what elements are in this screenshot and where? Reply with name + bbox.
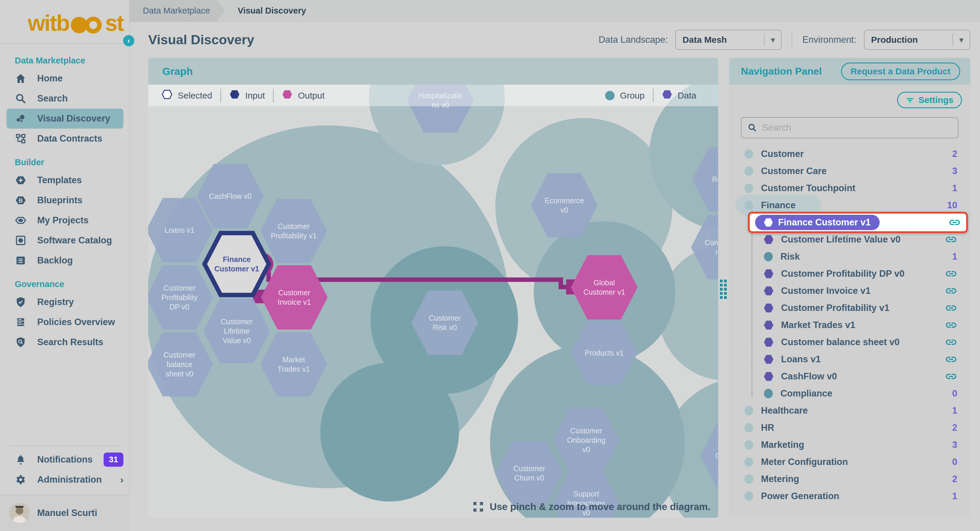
nav-item-customer-invoice-v1[interactable]: Customer Invoice v1 xyxy=(729,282,970,300)
sidebar-item-label: Policies Overview xyxy=(37,317,115,327)
legend-divider xyxy=(273,89,274,102)
nav-item-finance-customer-v1[interactable]: Finance Customer v1 xyxy=(729,214,970,231)
sidebar-collapse-button[interactable]: ‹ xyxy=(122,34,135,47)
data-hexagon-icon xyxy=(764,372,773,381)
sidebar-item-notifications[interactable]: Notifications31 xyxy=(6,450,123,470)
nav-item-right: 0 xyxy=(952,388,957,399)
nav-item-count: 0 xyxy=(952,388,957,399)
sidebar-item-search[interactable]: Search xyxy=(6,89,123,109)
zoom-hint: Use pinch & zoom to move around the diag… xyxy=(472,501,711,513)
nav-item-label: Market Trades v1 xyxy=(781,320,856,330)
data-landscape-select[interactable]: Data Mesh ▾ xyxy=(675,30,782,50)
sidebar-item-label: Backlog xyxy=(37,255,73,266)
selected-item-pill: Finance Customer v1 xyxy=(755,215,880,230)
graph-canvas[interactable]: CashFlow v0Loans v1CustomerProfitability… xyxy=(148,58,718,518)
domain-dot-icon xyxy=(745,406,753,415)
user-profile[interactable]: Manuel Scurti xyxy=(0,495,130,531)
sidebar-item-administration[interactable]: Administration› xyxy=(6,470,123,490)
link-icon[interactable] xyxy=(945,353,957,366)
nav-item-customer-lifetime-value-v0[interactable]: Customer Lifetime Value v0 xyxy=(729,231,970,248)
nav-item-right xyxy=(945,370,957,383)
nav-item-market-trades-v1[interactable]: Market Trades v1 xyxy=(729,317,970,334)
controls-separator xyxy=(792,33,792,47)
settings-button-label: Settings xyxy=(919,95,953,105)
link-icon[interactable] xyxy=(945,336,957,349)
page-header: Visual Discovery Data Landscape: Data Me… xyxy=(130,22,980,58)
nav-item-healthcare[interactable]: Healthcare1 xyxy=(729,402,970,419)
nav-item-power-generation[interactable]: Power Generation1 xyxy=(729,488,970,505)
breadcrumb-label: Data Marketplace xyxy=(143,6,210,16)
legend-swatch-icon xyxy=(662,90,673,101)
breadcrumb: Data Marketplace Visual Discovery xyxy=(130,0,980,22)
sidebar-item-backlog[interactable]: Backlog xyxy=(6,250,123,271)
panel-resize-handle[interactable] xyxy=(720,280,727,299)
nav-item-customer-profitability-v1[interactable]: Customer Profitability v1 xyxy=(729,300,970,317)
nav-item-customer-touchpoint[interactable]: Customer Touchpoint1 xyxy=(729,180,970,197)
search-input[interactable] xyxy=(762,122,952,133)
nav-item-customer[interactable]: Customer2 xyxy=(729,146,970,163)
group-swatch-icon xyxy=(605,91,614,100)
settings-row: Settings xyxy=(729,85,970,108)
home-icon xyxy=(15,73,27,84)
user-name: Manuel Scurti xyxy=(37,508,97,518)
link-icon[interactable] xyxy=(945,233,957,246)
nav-item-customer-profitability-dp-v0[interactable]: Customer Profitability DP v0 xyxy=(729,265,970,282)
nav-item-customer-care[interactable]: Customer Care3 xyxy=(729,163,970,180)
link-icon[interactable] xyxy=(945,319,957,331)
sidebar-item-my-projects[interactable]: My Projects xyxy=(6,210,123,230)
nav-item-count: 1 xyxy=(952,183,957,193)
legend-item-output: Output xyxy=(282,90,325,101)
link-icon[interactable] xyxy=(945,370,957,383)
sidebar-item-visual-discovery[interactable]: Visual Discovery xyxy=(6,109,123,128)
sidebar: witb st Data MarketplaceHomeSearchVisual… xyxy=(0,0,130,531)
data-hexagon-icon xyxy=(764,355,773,364)
software-catalog-icon xyxy=(15,235,27,246)
nav-item-label: Customer Profitability v1 xyxy=(781,303,889,313)
nav-item-finance[interactable]: Finance10 xyxy=(729,197,970,214)
nav-item-hr[interactable]: HR2 xyxy=(729,419,970,436)
sidebar-item-label: Software Catalog xyxy=(37,235,112,246)
legend-label: Group xyxy=(620,90,644,101)
settings-button[interactable]: Settings xyxy=(897,92,962,108)
nav-item-compliance[interactable]: Compliance0 xyxy=(729,385,970,402)
sidebar-item-blueprints[interactable]: BBlueprints xyxy=(6,190,123,210)
logo-text-left: witb xyxy=(28,10,69,36)
sidebar-item-software-catalog[interactable]: Software Catalog xyxy=(6,230,123,250)
nav-item-loans-v1[interactable]: Loans v1 xyxy=(729,351,970,368)
notifications-badge: 31 xyxy=(103,453,123,467)
domain-dot-icon xyxy=(745,474,753,484)
section-heading-builder: Builder xyxy=(15,157,123,167)
nav-item-customer-balance-sheet-v0[interactable]: Customer balance sheet v0 xyxy=(729,334,970,351)
legend-item-group: Group xyxy=(605,90,644,101)
nav-item-right xyxy=(945,302,957,314)
nav-item-cashflow-v0[interactable]: CashFlow v0 xyxy=(729,368,970,385)
nav-item-marketing[interactable]: Marketing3 xyxy=(729,436,970,453)
sidebar-item-registry[interactable]: Registry xyxy=(6,292,123,312)
breadcrumb-item-data-marketplace[interactable]: Data Marketplace xyxy=(130,0,224,22)
sidebar-item-home[interactable]: Home xyxy=(6,68,123,89)
nav-item-risk[interactable]: Risk1 xyxy=(729,248,970,265)
environment-select[interactable]: Production ▾ xyxy=(864,30,970,50)
sidebar-item-data-contracts[interactable]: Data Contracts xyxy=(6,128,123,149)
link-icon[interactable] xyxy=(945,302,957,314)
link-icon[interactable] xyxy=(945,285,957,297)
nav-item-label: Metering xyxy=(761,474,799,484)
nav-item-right xyxy=(945,336,957,349)
link-icon[interactable] xyxy=(948,216,961,228)
nav-item-metering[interactable]: Metering2 xyxy=(729,471,970,488)
sidebar-item-label: My Projects xyxy=(37,215,89,226)
request-data-product-button[interactable]: Request a Data Product xyxy=(841,63,960,80)
sidebar-item-templates[interactable]: Templates xyxy=(6,170,123,190)
link-icon[interactable] xyxy=(945,268,957,280)
selected-item-label: Finance Customer v1 xyxy=(778,217,871,228)
domain-dot-icon xyxy=(745,457,753,467)
sidebar-item-search-results[interactable]: Search Results xyxy=(6,332,123,352)
group-circle[interactable] xyxy=(320,363,459,501)
navigation-panel-title: Navigation Panel xyxy=(741,65,841,77)
selected-item-box[interactable]: Finance Customer v1 xyxy=(748,212,968,233)
nav-item-meter-configuration[interactable]: Meter Configuration0 xyxy=(729,453,970,471)
bell-icon xyxy=(15,454,27,466)
nav-item-right: 2 xyxy=(952,474,957,484)
sidebar-item-policies-overview[interactable]: Policies Overview xyxy=(6,312,123,332)
graph-node-finance-customer-v1[interactable] xyxy=(205,233,269,295)
